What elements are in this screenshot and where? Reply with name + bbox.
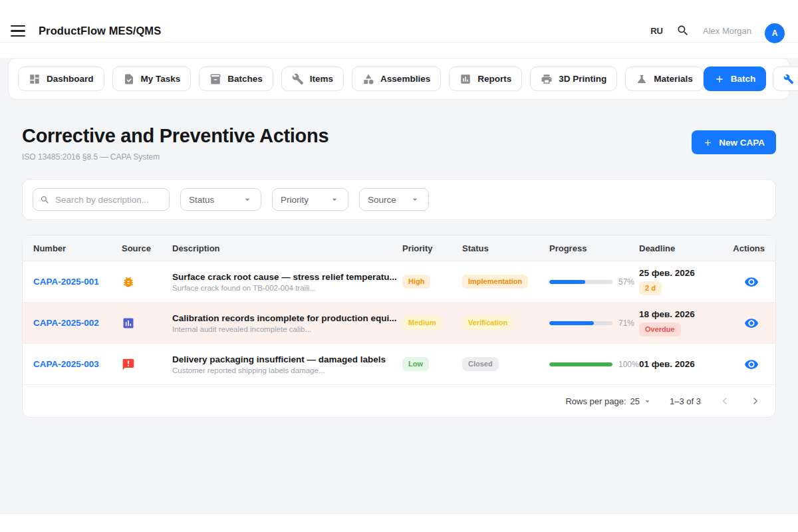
- priority-badge: Low: [402, 357, 429, 371]
- view-capa-button[interactable]: [738, 316, 765, 331]
- chevron-right-icon: [749, 394, 762, 408]
- page-header: Corrective and Preventive Actions ISO 13…: [22, 125, 776, 162]
- chevron-down-icon: [642, 396, 652, 406]
- batches-icon: [209, 73, 221, 85]
- progress-fill: [549, 321, 594, 325]
- priority-filter[interactable]: Priority: [272, 188, 348, 211]
- wrench-icon: [783, 74, 794, 84]
- capa-subtitle: Surface crack found on TB-002-004 traili…: [172, 284, 402, 292]
- progress-fill: [549, 280, 585, 284]
- nav-tab-assemblies[interactable]: Assemblies: [352, 66, 441, 91]
- column-header-status: Status: [462, 243, 549, 253]
- plus-icon: [703, 138, 713, 148]
- nav-tab-label: Items: [310, 74, 333, 84]
- capa-subtitle: Internal audit revealed incomplete calib…: [172, 325, 402, 333]
- previous-page-button[interactable]: [718, 394, 732, 408]
- audit-chart-icon: [122, 317, 135, 330]
- table-row: CAPA-2025-001 Surface crack root cause —…: [23, 261, 775, 303]
- nav-tab-label: Assemblies: [380, 74, 430, 84]
- source-filter-label: Source: [368, 195, 396, 205]
- status-badge: Implementation: [462, 275, 528, 289]
- menu-icon[interactable]: [11, 24, 25, 39]
- view-capa-button[interactable]: [738, 275, 765, 289]
- quick-actions: Batch Item Assembly QR: [704, 66, 798, 91]
- column-header-number: Number: [33, 243, 122, 253]
- progress-bar: 71%: [549, 319, 639, 328]
- capa-title: Delivery packaging insufficient — damage…: [172, 354, 402, 364]
- nav-tab-items[interactable]: Items: [281, 66, 344, 91]
- capa-subtitle: Customer reported shipping labels damage…: [172, 366, 402, 374]
- source-filter[interactable]: Source: [359, 188, 429, 211]
- chevron-down-icon: [242, 194, 253, 205]
- deadline-date: 18 фев. 2026: [639, 309, 725, 319]
- nav-tab-batches[interactable]: Batches: [199, 66, 273, 91]
- table-header-row: Number Source Description Priority Statu…: [23, 235, 775, 261]
- new-batch-button[interactable]: Batch: [704, 66, 767, 91]
- dashboard-icon: [29, 73, 41, 85]
- navigation-toolbar: Dashboard My Tasks Batches Items Assembl…: [8, 58, 790, 100]
- column-header-priority: Priority: [402, 243, 462, 253]
- avatar[interactable]: A: [765, 23, 785, 43]
- eye-icon: [744, 316, 759, 331]
- nav-tab-materials[interactable]: Materials: [625, 66, 704, 91]
- reports-icon: [460, 73, 471, 85]
- plus-icon: [714, 74, 725, 84]
- deadline-badge: 2 d: [639, 281, 662, 295]
- top-bar: ProductFlow MES/QMS RU Alex Morgan A: [0, 0, 798, 43]
- capa-number-link[interactable]: CAPA-2025-002: [33, 318, 122, 328]
- column-header-description: Description: [172, 243, 402, 253]
- capa-table: Number Source Description Priority Statu…: [22, 235, 776, 418]
- search-input[interactable]: [55, 195, 162, 205]
- priority-filter-label: Priority: [281, 195, 309, 205]
- column-header-deadline: Deadline: [639, 243, 725, 253]
- filter-bar: Status Priority Source: [22, 179, 776, 220]
- rows-per-page-select[interactable]: 25: [630, 396, 652, 406]
- progress-percent: 100%: [618, 360, 639, 369]
- status-filter-label: Status: [189, 195, 214, 205]
- capa-title: Calibration records incomplete for produ…: [172, 313, 402, 323]
- priority-badge: Medium: [402, 316, 442, 330]
- capa-number-link[interactable]: CAPA-2025-003: [33, 359, 122, 369]
- page-title: Corrective and Preventive Actions: [22, 125, 329, 147]
- table-row: CAPA-2025-003 Delivery packaging insuffi…: [23, 344, 775, 385]
- status-badge: Verification: [462, 316, 513, 330]
- new-capa-button[interactable]: New CAPA: [692, 130, 776, 154]
- chevron-left-icon: [718, 394, 732, 408]
- eye-icon: [744, 275, 759, 289]
- nav-tab-label: Materials: [654, 74, 693, 84]
- nav-tab-my-tasks[interactable]: My Tasks: [112, 66, 192, 91]
- capa-title: Surface crack root cause — stress relief…: [172, 272, 402, 282]
- nav-tab-label: My Tasks: [141, 74, 181, 84]
- app-title: ProductFlow MES/QMS: [39, 25, 161, 37]
- main-content-area: Dashboard My Tasks Batches Items Assembl…: [0, 58, 798, 514]
- progress-percent: 57%: [618, 277, 634, 287]
- priority-badge: High: [402, 275, 430, 289]
- view-capa-button[interactable]: [738, 357, 765, 372]
- search-icon[interactable]: [676, 24, 690, 37]
- nav-tab-reports[interactable]: Reports: [449, 66, 522, 91]
- deadline-date: 25 фев. 2026: [639, 268, 725, 278]
- progress-fill: [549, 362, 612, 366]
- pagination: Rows per page: 25 1–3 of 3: [23, 385, 775, 417]
- capa-number-link[interactable]: CAPA-2025-001: [33, 277, 122, 287]
- new-item-button[interactable]: Item: [773, 66, 798, 91]
- nav-tab-label: 3D Printing: [559, 74, 606, 84]
- nav-tab-3d-printing[interactable]: 3D Printing: [530, 66, 617, 91]
- tasks-icon: [123, 73, 135, 85]
- nav-tab-label: Dashboard: [47, 74, 94, 84]
- column-header-progress: Progress: [549, 243, 639, 253]
- printer-icon: [541, 73, 553, 85]
- page-subtitle: ISO 13485:2016 §8.5 — CAPA System: [22, 152, 329, 162]
- language-switcher[interactable]: RU: [650, 26, 663, 36]
- chevron-down-icon: [329, 194, 340, 205]
- eye-icon: [744, 357, 759, 372]
- rows-per-page-value: 25: [630, 396, 640, 406]
- nav-tab-dashboard[interactable]: Dashboard: [18, 66, 104, 91]
- progress-percent: 71%: [618, 319, 634, 328]
- nav-tab-label: Batches: [227, 74, 263, 84]
- next-page-button[interactable]: [749, 394, 762, 408]
- status-filter[interactable]: Status: [180, 188, 261, 211]
- search-icon: [40, 194, 50, 205]
- quick-action-label: Batch: [731, 74, 756, 84]
- column-header-actions: Actions: [733, 243, 765, 253]
